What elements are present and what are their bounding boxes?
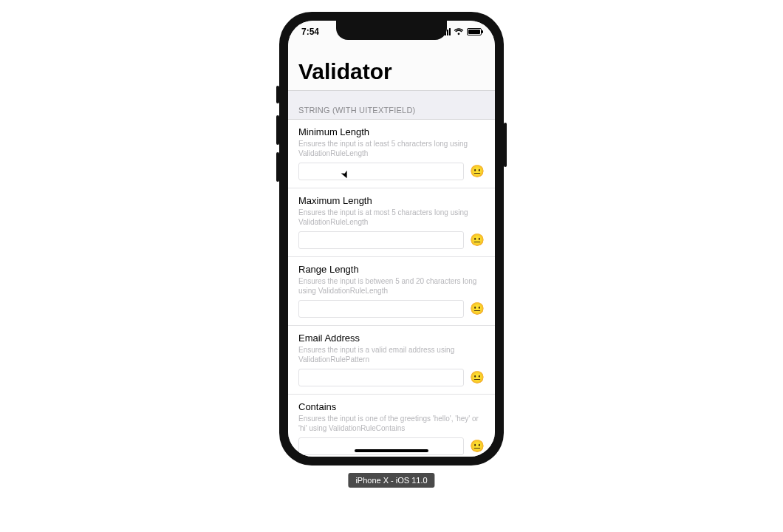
neutral-face-icon: 😐	[470, 303, 485, 315]
cell-title: Minimum Length	[298, 126, 485, 137]
content-area[interactable]: Validator STRING (WITH UITEXTFIELD) Mini…	[288, 21, 495, 457]
input-row: 😐	[298, 437, 485, 455]
cell-desc: Ensures the input is between 5 and 20 ch…	[298, 276, 485, 296]
screen: 7:54 Validator STRING (WITH UITEXTFIELD)	[288, 21, 495, 457]
cell-email: Email Address Ensures the input is a val…	[288, 326, 495, 395]
cell-title: Email Address	[298, 332, 485, 344]
input-row: 😐	[298, 163, 485, 180]
cell-desc: Ensures the input is at most 5 character…	[298, 208, 485, 227]
input-row: 😐	[298, 231, 485, 249]
neutral-face-icon: 😐	[470, 234, 485, 246]
contains-input[interactable]	[298, 437, 464, 455]
wifi-icon	[454, 28, 464, 35]
side-button-volume-up	[276, 115, 279, 145]
side-button-silent	[276, 86, 279, 103]
page-title: Validator	[298, 59, 485, 84]
cell-min-length: Minimum Length Ensures the input is at l…	[288, 120, 495, 188]
device-label: iPhone X - iOS 11.0	[348, 473, 434, 488]
section-header: STRING (WITH UITEXTFIELD)	[288, 90, 495, 120]
cell-title: Maximum Length	[298, 195, 485, 206]
cell-title: Range Length	[298, 264, 485, 275]
side-button-power	[504, 123, 507, 167]
cell-title: Contains	[298, 401, 485, 412]
neutral-face-icon: 😐	[470, 166, 485, 177]
neutral-face-icon: 😐	[470, 372, 485, 383]
range-length-input[interactable]	[298, 300, 464, 318]
email-input[interactable]	[298, 369, 464, 386]
notch	[336, 21, 447, 40]
cell-range-length: Range Length Ensures the input is betwee…	[288, 257, 495, 326]
table-list: Minimum Length Ensures the input is at l…	[288, 120, 495, 457]
min-length-input[interactable]	[298, 163, 464, 180]
device-frame: 7:54 Validator STRING (WITH UITEXTFIELD)	[279, 12, 504, 466]
cell-max-length: Maximum Length Ensures the input is at m…	[288, 188, 495, 257]
home-indicator[interactable]	[355, 449, 428, 452]
side-button-volume-down	[276, 152, 279, 182]
neutral-face-icon: 😐	[470, 440, 485, 452]
cell-desc: Ensures the input is a valid email addre…	[298, 345, 485, 364]
cell-desc: Ensures the input is one of the greeting…	[298, 414, 485, 433]
status-time: 7:54	[301, 27, 319, 37]
cell-contains: Contains Ensures the input is one of the…	[288, 395, 495, 457]
input-row: 😐	[298, 300, 485, 318]
cell-desc: Ensures the input is at least 5 characte…	[298, 139, 485, 158]
status-right-cluster	[442, 28, 482, 35]
input-row: 😐	[298, 369, 485, 386]
battery-icon	[467, 28, 482, 35]
max-length-input[interactable]	[298, 231, 464, 249]
